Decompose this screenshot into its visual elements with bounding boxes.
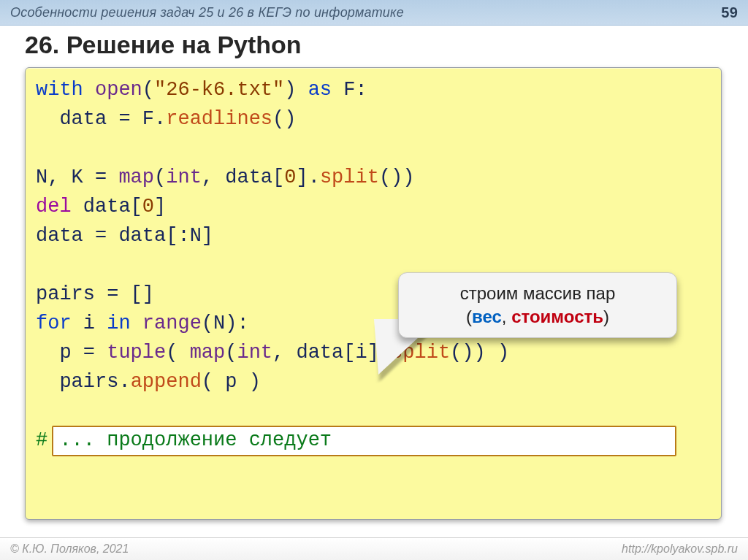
callout-line1: строим массив пар [399,283,676,304]
footer-author: © К.Ю. Поляков, 2021 [10,538,129,560]
callout-cost: стоимость [511,307,603,326]
keyword-del: del [36,196,72,218]
callout-weight: вес [472,307,502,326]
callout-line2: (вес, стоимость) [399,307,676,327]
footer-url: http://kpolyakov.spb.ru [622,538,738,560]
code-box: with open("26-k6.txt") as F: data = F.re… [25,67,722,520]
keyword-for: for [36,312,72,334]
top-bar: Особенности решения задач 25 и 26 в КЕГЭ… [0,0,748,26]
footer: © К.Ю. Поляков, 2021 http://kpolyakov.sp… [0,537,748,560]
builtin-range: range [142,312,202,334]
comment: # ... продолжение следует [36,429,332,451]
string-literal: "26-k6.txt" [154,79,284,101]
method-split: split [320,166,379,188]
builtin-int: int [166,166,202,188]
python-code: with open("26-k6.txt") as F: data = F.re… [36,75,509,455]
keyword-with: with [36,79,83,101]
builtin-open: open [95,79,142,101]
page-number: 59 [721,0,738,25]
builtin-map: map [118,166,154,188]
method-append: append [131,371,202,393]
lecture-title: Особенности решения задач 25 и 26 в КЕГЭ… [10,0,404,25]
keyword-in: in [107,312,130,334]
builtin-tuple: tuple [107,342,166,364]
slide-heading: 26. Решение на Python [25,31,302,59]
callout-bubble: строим массив пар (вес, стоимость) [398,272,677,338]
slide: Особенности решения задач 25 и 26 в КЕГЭ… [0,0,748,560]
keyword-as: as [308,79,332,101]
method-readlines: readlines [166,108,272,130]
